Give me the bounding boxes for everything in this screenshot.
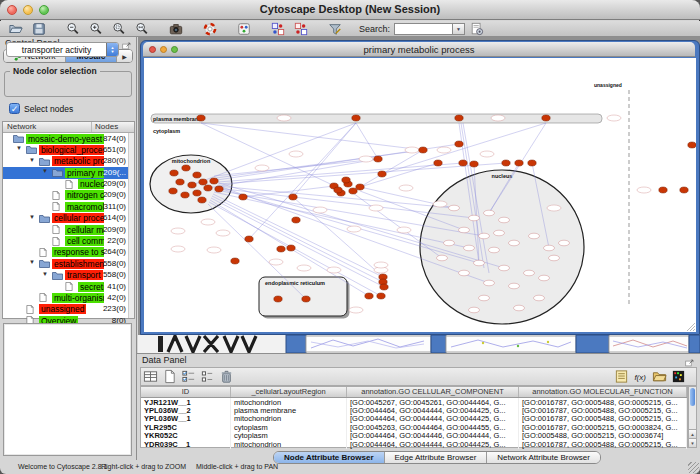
save-button[interactable]	[27, 21, 50, 36]
network-node[interactable]	[470, 161, 478, 167]
tree-item[interactable]: ▼metabolic process280(0)	[3, 156, 134, 167]
network-node[interactable]	[352, 115, 360, 121]
network-edge[interactable]	[208, 159, 378, 188]
tree-item[interactable]: macromolecule311(0)	[3, 201, 134, 212]
network-node[interactable]	[198, 197, 206, 203]
zoom-region-button[interactable]	[107, 21, 130, 36]
open-button[interactable]	[4, 21, 27, 36]
network-node[interactable]	[334, 187, 342, 193]
expander-icon[interactable]: ▼	[29, 157, 35, 163]
expander-icon[interactable]: ▼	[29, 259, 35, 265]
tree-item[interactable]: ▼biological_process651(0)	[3, 144, 134, 155]
network-edge[interactable]	[211, 198, 384, 287]
column-header[interactable]: ID	[141, 387, 231, 397]
window-titlebar[interactable]: Cytoscape Desktop (New Session)	[0, 0, 700, 20]
zoom-in-button[interactable]	[84, 21, 107, 36]
load-icon[interactable]	[650, 368, 669, 385]
zoom-fit-button[interactable]	[130, 21, 153, 36]
network-node[interactable]	[378, 171, 386, 177]
tree-item[interactable]: ▼cellular process614(0)	[3, 213, 134, 224]
network-node[interactable]	[176, 179, 184, 185]
canvas-resize-grip[interactable]	[687, 323, 695, 331]
network-node[interactable]	[277, 246, 285, 252]
network-node[interactable]	[289, 194, 297, 200]
tab-network-attribute-browser[interactable]: Network Attribute Browser	[487, 452, 599, 463]
network-view-window[interactable]: primary metabolic process plasma membran…	[140, 40, 700, 335]
network-node[interactable]	[197, 115, 205, 121]
network-node[interactable]	[502, 160, 510, 166]
formula-icon[interactable]: f(x)	[631, 368, 650, 385]
tree-item[interactable]: nitrogen compo209(0)	[3, 190, 134, 201]
float-panel-icon[interactable]	[684, 355, 695, 366]
network-node[interactable]	[215, 186, 223, 192]
network-node[interactable]	[365, 293, 373, 299]
column-header[interactable]: annotation.GO MOLECULAR_FUNCTION	[519, 387, 687, 397]
resize-grip[interactable]	[688, 462, 699, 473]
expander-icon[interactable]: ▼	[42, 271, 48, 277]
node-color-dropdown[interactable]: transporter activity ▲▼	[6, 42, 119, 57]
network-edge[interactable]	[201, 123, 423, 150]
network-node[interactable]	[374, 156, 382, 162]
network-node[interactable]	[349, 188, 357, 194]
network-node[interactable]	[455, 115, 463, 121]
tree-scrollbar[interactable]	[128, 133, 134, 318]
snapshot-button[interactable]	[164, 21, 187, 36]
network-node[interactable]	[182, 165, 190, 171]
annotation-b-button[interactable]	[289, 21, 312, 36]
network-node[interactable]	[515, 160, 523, 166]
network-node[interactable]	[199, 179, 207, 185]
table-row[interactable]: YDR039C__1mitochondrion[GO:0044464, GO:0…	[141, 440, 687, 448]
expander-icon[interactable]: ▼	[29, 214, 35, 220]
network-node[interactable]	[455, 141, 463, 147]
network-node[interactable]	[528, 160, 536, 166]
network-node[interactable]	[169, 188, 177, 194]
tree-item[interactable]: response to stimulu264(0)	[3, 247, 134, 258]
attribute-table[interactable]: ID_cellularLayoutRegionannotation.GO CEL…	[140, 386, 688, 448]
network-node[interactable]	[377, 293, 385, 299]
tree-item[interactable]: mosaic-demo-yeast874(0)	[3, 133, 134, 144]
network-node[interactable]	[342, 177, 350, 183]
network-node[interactable]	[287, 245, 295, 251]
notes-icon[interactable]	[612, 368, 631, 385]
expander-icon[interactable]: ▼	[42, 168, 48, 174]
scroll-down-button[interactable]: ▼	[689, 438, 696, 447]
table-icon[interactable]	[141, 368, 160, 385]
network-edge[interactable]	[360, 163, 438, 187]
tree-header-network[interactable]: Network	[3, 122, 92, 132]
new-doc-icon[interactable]	[160, 368, 179, 385]
network-window-titlebar[interactable]: primary metabolic process	[143, 42, 695, 57]
float-panel-icon[interactable]	[121, 38, 132, 49]
network-node[interactable]	[419, 147, 427, 153]
attr-list-icon[interactable]	[198, 368, 217, 385]
column-header[interactable]: annotation.GO CELLULAR_COMPONENT	[347, 387, 519, 397]
network-edge[interactable]	[356, 123, 378, 159]
network-node[interactable]	[659, 187, 667, 193]
scroll-up-button[interactable]: ▲	[689, 429, 696, 438]
network-node[interactable]	[274, 296, 282, 302]
tree-item[interactable]: nucleobase-209(0)	[3, 179, 134, 190]
tab-edge-attribute-browser[interactable]: Edge Attribute Browser	[385, 452, 488, 463]
select-nodes-checkbox[interactable]: ✓	[9, 103, 20, 114]
network-node[interactable]	[210, 178, 218, 184]
search-settings-button[interactable]	[465, 21, 488, 36]
network-node[interactable]	[170, 170, 178, 176]
filter-button[interactable]	[323, 21, 346, 36]
help-button[interactable]	[198, 21, 221, 36]
network-node[interactable]	[680, 187, 688, 193]
network-node[interactable]	[181, 192, 189, 198]
select-attrs-icon[interactable]	[179, 368, 198, 385]
search-dropdown-arrow[interactable]: ▼	[452, 23, 465, 35]
tree-item[interactable]: cell communicat22(0)	[3, 236, 134, 247]
network-node[interactable]	[688, 142, 696, 148]
network-node[interactable]	[459, 160, 467, 166]
annotation-a-button[interactable]	[266, 21, 289, 36]
network-node[interactable]	[356, 184, 364, 190]
network-node[interactable]	[302, 296, 310, 302]
zoom-out-button[interactable]	[61, 21, 84, 36]
tree-item[interactable]: ▼primary metabolic209(...	[3, 167, 134, 178]
network-canvas[interactable]: plasma membranecytoplasmnucleusmitochond…	[144, 58, 696, 332]
network-node[interactable]	[188, 182, 196, 188]
tree-item[interactable]: cellular metabo209(0)	[3, 224, 134, 235]
tree-item[interactable]: secretion41(0)	[3, 281, 134, 292]
network-node[interactable]	[239, 194, 247, 200]
